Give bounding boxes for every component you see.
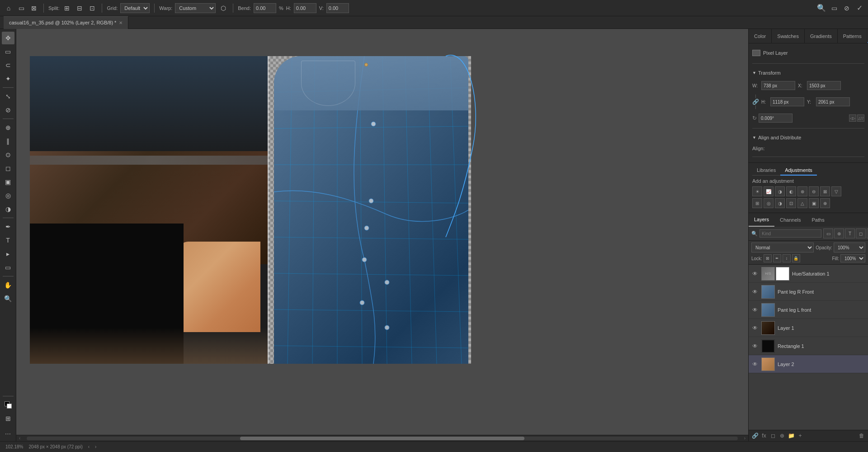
posterize-adj[interactable]: ⊡ <box>786 198 796 208</box>
channelmixer-adj[interactable]: ⊞ <box>752 198 762 208</box>
scroll-right[interactable]: › <box>741 436 748 441</box>
extra-tools[interactable]: … <box>2 426 14 438</box>
home-icon[interactable]: ⌂ <box>4 3 14 13</box>
split-grid-icon[interactable]: ⊞ <box>62 3 72 13</box>
commit-warp-icon[interactable]: ✓ <box>854 3 864 13</box>
layer-vis-2[interactable]: 👁 <box>751 306 759 314</box>
path-sel-tool[interactable]: ▸ <box>2 247 14 260</box>
eyedropper-tool[interactable]: ⊘ <box>2 104 14 116</box>
layers-kind-input[interactable] <box>760 229 821 238</box>
canvas-area[interactable] <box>16 29 748 435</box>
tab-layers[interactable]: Layers <box>749 213 774 227</box>
adj-tab-adjustments[interactable]: Adjustments <box>780 166 817 176</box>
hscroll-thumb[interactable] <box>240 437 524 440</box>
status-arrow-right[interactable]: › <box>95 444 96 449</box>
transform-section-header[interactable]: ▼ Transform <box>752 68 864 77</box>
canvas-hscroll[interactable]: ‹ › <box>16 435 748 441</box>
grid-select[interactable]: Default <box>120 3 150 13</box>
zoom-tool[interactable]: 🔍 <box>2 292 14 305</box>
marquee-tool[interactable]: ▭ <box>2 45 14 58</box>
filter-pixel[interactable]: ▭ <box>823 228 833 238</box>
tab-gradients[interactable]: Gradients <box>805 29 838 43</box>
new-layer-btn[interactable]: + <box>797 432 804 439</box>
layer-item-3[interactable]: 👁 Layer 1 <box>749 319 868 337</box>
colorlookup-adj[interactable]: ◎ <box>764 198 774 208</box>
delete-layer-btn[interactable]: 🗑 <box>858 432 865 439</box>
blend-mode-select[interactable]: Normal <box>751 243 814 252</box>
workspace-icon[interactable]: ▭ <box>829 3 839 13</box>
brush-tool[interactable]: ∥ <box>2 135 14 147</box>
scroll-left[interactable]: ‹ <box>16 436 23 441</box>
layer-item-1[interactable]: 👁 Pant leg R Front <box>749 283 868 301</box>
filter-shape[interactable]: ◻ <box>856 228 866 238</box>
h-input[interactable] <box>294 3 316 13</box>
align-section-header[interactable]: ▼ Align and Distribute <box>752 133 864 142</box>
layer-vis-3[interactable]: 👁 <box>751 324 759 332</box>
properties-toggle[interactable]: ⊞ <box>2 412 14 425</box>
search-icon[interactable]: 🔍 <box>816 3 826 13</box>
warp-icon[interactable]: ⬡ <box>218 3 228 13</box>
lock-pixels-btn[interactable]: ⊠ <box>764 254 772 262</box>
tab-patterns[interactable]: Patterns <box>838 29 868 43</box>
v-input[interactable] <box>326 3 349 13</box>
hand-tool[interactable]: ✋ <box>2 279 14 291</box>
mask-btn[interactable]: ◻ <box>769 432 777 439</box>
gradientmap-adj[interactable]: ▣ <box>809 198 819 208</box>
fill-select[interactable]: 100% <box>840 254 865 262</box>
filter-adj[interactable]: ⊛ <box>834 228 844 238</box>
marquee-tool-icon[interactable]: ▭ <box>16 3 26 13</box>
exposure-adj[interactable]: ◑ <box>775 186 785 196</box>
rotate-input[interactable] <box>759 114 793 123</box>
adj-layer-btn[interactable]: ⊕ <box>778 432 786 439</box>
fg-bg-colors[interactable] <box>2 399 14 411</box>
lock-artboard-btn[interactable]: ↕ <box>783 254 791 262</box>
invert-adj[interactable]: ◑ <box>775 198 785 208</box>
pen-tool[interactable]: ✒ <box>2 220 14 233</box>
selectivecolor-adj[interactable]: ⊕ <box>820 198 830 208</box>
bend-input[interactable] <box>254 3 276 13</box>
filter-type[interactable]: T <box>845 228 855 238</box>
eraser-tool[interactable]: ◻ <box>2 162 14 175</box>
flip-h-btn[interactable]: ◁▷ <box>849 114 856 122</box>
layer-vis-5[interactable]: 👁 <box>751 361 759 368</box>
link-proportions-icon[interactable]: 🔗 <box>752 99 759 105</box>
type-tool[interactable]: T <box>2 234 14 247</box>
gradient-tool[interactable]: ▣ <box>2 176 14 188</box>
layer-item-0[interactable]: 👁 H/S Hue/Saturation 1 <box>749 265 868 283</box>
vibrance-adj[interactable]: ◐ <box>786 186 796 196</box>
magic-wand-tool[interactable]: ✦ <box>2 72 14 85</box>
group-btn[interactable]: 📁 <box>788 432 795 439</box>
cancel-warp-icon[interactable]: ⊘ <box>842 3 852 13</box>
tab-swatches[interactable]: Swatches <box>772 29 805 43</box>
split-h-icon[interactable]: ⊡ <box>87 3 97 13</box>
clone-tool[interactable]: ⊙ <box>2 148 14 161</box>
layer-item-5[interactable]: 👁 Layer 2 <box>749 355 868 373</box>
transform-icon[interactable]: ⊠ <box>29 3 39 13</box>
brightness-adj[interactable]: ☀ <box>752 186 762 196</box>
curves-adj[interactable]: 📈 <box>764 186 774 196</box>
layer-item-2[interactable]: 👁 Pant leg L front <box>749 301 868 319</box>
layer-vis-4[interactable]: 👁 <box>751 343 759 350</box>
bw-adj[interactable]: ⊠ <box>820 186 830 196</box>
tab-color[interactable]: Color <box>749 29 772 43</box>
move-tool[interactable]: ✥ <box>2 32 14 44</box>
tab-paths[interactable]: Paths <box>807 213 830 227</box>
layer-item-4[interactable]: 👁 Rectangle 1 <box>749 337 868 355</box>
split-v-icon[interactable]: ⊟ <box>75 3 85 13</box>
tab-channels[interactable]: Channels <box>774 213 806 227</box>
rectangle-tool[interactable]: ▭ <box>2 261 14 274</box>
photofilter-adj[interactable]: ▽ <box>831 186 841 196</box>
lasso-tool[interactable]: ⊂ <box>2 59 14 71</box>
colorbalance-adj[interactable]: ⊖ <box>809 186 819 196</box>
blur-tool[interactable]: ◎ <box>2 189 14 202</box>
flip-v-btn[interactable]: △▽ <box>857 114 864 122</box>
opacity-select[interactable]: 100% <box>834 243 865 252</box>
heal-tool[interactable]: ⊕ <box>2 121 14 134</box>
fx-btn[interactable]: fx <box>760 432 768 439</box>
file-tab-1[interactable]: casual16_m_35.psd @ 102% (Layer 2, RGB/8… <box>4 16 128 29</box>
layer-link-bottom[interactable]: 🔗 <box>751 432 759 439</box>
hscroll-track[interactable] <box>27 437 737 440</box>
crop-tool[interactable]: ⤡ <box>2 90 14 103</box>
file-tab-1-close[interactable]: ✕ <box>119 20 123 25</box>
hsl-adj[interactable]: ⊛ <box>797 186 807 196</box>
